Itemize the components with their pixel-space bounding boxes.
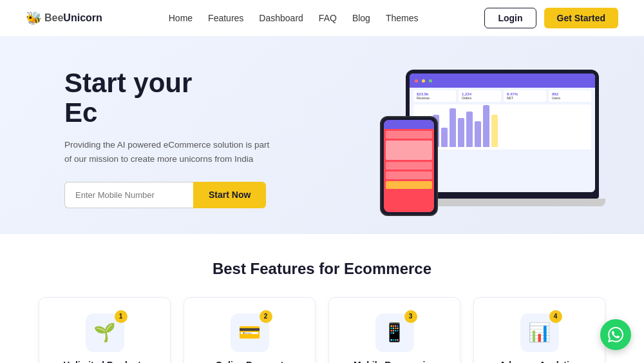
whatsapp-bubble[interactable] xyxy=(600,319,631,350)
mobile-number-input[interactable] xyxy=(64,182,193,208)
phone-mockup xyxy=(380,116,438,216)
feature-badge-3: 3 xyxy=(404,310,417,323)
features-title: Best Features for Ecommerce xyxy=(39,260,605,278)
nav-actions: Login Get Started xyxy=(484,8,618,28)
hero-cta: Start Now xyxy=(64,182,270,208)
nav-logo[interactable]: 🐝 BeeUnicorn xyxy=(26,10,102,26)
feature-badge-2: 2 xyxy=(260,310,272,323)
feature-card-online-payment: 💳 2 Online Payment Accept Online Payment… xyxy=(184,297,316,363)
nav-link-dashboard[interactable]: Dashboard xyxy=(259,13,303,23)
nav-link-faq[interactable]: FAQ xyxy=(319,13,337,23)
feature-card-unlimited-products: 🌱 1 Unlimited Products Add Unlimited pro… xyxy=(39,297,171,363)
phone-screen xyxy=(384,120,434,212)
dashboard-chart xyxy=(413,104,591,150)
nav-link-themes[interactable]: Themes xyxy=(386,13,419,23)
navbar: 🐝 BeeUnicorn Home Features Dashboard FAQ… xyxy=(0,0,644,36)
nav-link-features[interactable]: Features xyxy=(208,13,243,23)
feature-title-4: Advance Analytics xyxy=(484,360,594,363)
hero-headline: Start your Ec xyxy=(64,68,270,128)
nav-link-blog[interactable]: Blog xyxy=(352,13,370,23)
feature-icon-wrap-4: 📊 4 xyxy=(520,313,559,352)
feature-card-mobile-responsive: 📱 3 Mobile Responsive User Friendly view… xyxy=(328,297,460,363)
hero-image: $23.8kRevenue 1,234Orders 8.47%NET 892Us… xyxy=(386,70,605,206)
feature-title-2: Online Payment xyxy=(194,360,305,363)
feature-badge-4: 4 xyxy=(549,310,562,323)
feature-badge-1: 1 xyxy=(115,310,128,323)
hero-section: Start your Ec Providing the AI powered e… xyxy=(0,36,644,234)
start-now-button[interactable]: Start Now xyxy=(193,182,266,208)
feature-title-3: Mobile Responsive xyxy=(339,360,450,363)
feature-icon-wrap-2: 💳 2 xyxy=(231,313,269,352)
features-grid: 🌱 1 Unlimited Products Add Unlimited pro… xyxy=(39,297,605,363)
feature-card-advance-analytics: 📊 4 Advance Analytics Check how your web… xyxy=(473,297,605,363)
hero-text: Start your Ec Providing the AI powered e… xyxy=(64,68,270,208)
logo-text: BeeUnicorn xyxy=(44,12,102,24)
nav-links: Home Features Dashboard FAQ Blog Themes xyxy=(169,13,419,23)
hero-description: Providing the AI powered eCommerce solut… xyxy=(64,138,270,166)
bee-icon: 🐝 xyxy=(26,10,42,26)
get-started-button[interactable]: Get Started xyxy=(544,8,618,28)
nav-link-home[interactable]: Home xyxy=(169,13,193,23)
feature-icon-wrap-1: 🌱 1 xyxy=(86,313,124,352)
features-section: Best Features for Ecommerce 🌱 1 Unlimite… xyxy=(0,234,644,363)
login-button[interactable]: Login xyxy=(484,8,536,28)
dash-header xyxy=(410,74,595,88)
feature-title-1: Unlimited Products xyxy=(50,360,160,363)
feature-icon-wrap-3: 📱 3 xyxy=(375,313,414,352)
